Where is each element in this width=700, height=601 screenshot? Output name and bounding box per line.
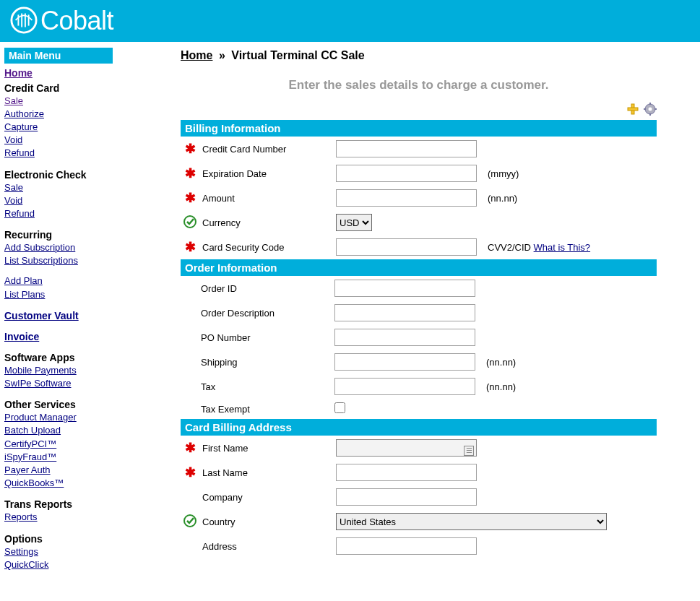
input-order-desc[interactable] xyxy=(334,304,475,321)
nav-ec-sale[interactable]: Sale xyxy=(4,181,162,194)
nav-heading-software: Software Apps xyxy=(4,350,162,364)
label-first-name: First Name xyxy=(199,436,333,460)
nav-cc-refund[interactable]: Refund xyxy=(4,147,162,160)
svg-point-8 xyxy=(649,108,652,111)
checkbox-tax-exempt[interactable] xyxy=(334,402,345,413)
sidebar-header: Main Menu xyxy=(4,48,113,64)
row-cc-number: ✱ Credit Card Number xyxy=(181,137,657,161)
nav-list-subscriptions[interactable]: List Subscriptions xyxy=(4,254,162,267)
nav-list-plans[interactable]: List Plans xyxy=(4,288,162,301)
row-tax-exempt: Tax Exempt xyxy=(181,399,657,419)
nav-swipe-software[interactable]: SwIPe Software xyxy=(4,377,162,390)
nav-quickclick[interactable]: QuickClick xyxy=(4,558,162,571)
nav-settings[interactable]: Settings xyxy=(4,545,162,558)
page-subtitle: Enter the sales details to charge a cust… xyxy=(181,78,657,92)
input-address[interactable] xyxy=(336,537,477,555)
row-first-name: ✱ First Name ☰ xyxy=(181,436,657,460)
row-amount: ✱ Amount (nn.nn) xyxy=(181,186,657,210)
nav-cc-capture[interactable]: Capture xyxy=(4,121,162,134)
link-what-is-this[interactable]: What is This? xyxy=(534,242,591,253)
nav-heading-credit-card: Credit Card xyxy=(4,81,162,95)
hint-exp-date: (mmyy) xyxy=(485,161,657,186)
checkmark-icon xyxy=(183,514,196,527)
main-content: Home » Virtual Terminal CC Sale Enter th… xyxy=(166,42,700,593)
input-shipping[interactable] xyxy=(334,353,475,371)
nav-reports[interactable]: Reports xyxy=(4,511,162,524)
nav-heading-trans-reports: Trans Reports xyxy=(4,497,162,511)
sidebar-home[interactable]: Home xyxy=(4,66,162,81)
nav-cc-authorize[interactable]: Authorize xyxy=(4,108,162,121)
nav-add-subscription[interactable]: Add Subscription xyxy=(4,241,162,254)
select-currency[interactable]: USD xyxy=(336,214,372,231)
row-tax: Tax (nn.nn) xyxy=(181,374,657,399)
row-csc: ✱ Card Security Code CVV2/CID What is Th… xyxy=(181,235,657,259)
input-order-id[interactable] xyxy=(334,280,475,297)
input-csc[interactable] xyxy=(336,238,477,256)
label-tax: Tax xyxy=(198,374,332,399)
nav-heading-options: Options xyxy=(4,532,162,545)
input-company[interactable] xyxy=(336,488,477,506)
label-po-number: PO Number xyxy=(198,325,332,350)
label-currency: Currency xyxy=(199,210,333,235)
label-order-desc: Order Description xyxy=(198,300,332,325)
checkmark-icon xyxy=(183,215,196,228)
nav-ec-void[interactable]: Void xyxy=(4,194,162,207)
nav-cc-void[interactable]: Void xyxy=(4,134,162,147)
input-cc-number[interactable] xyxy=(336,140,477,157)
breadcrumb-current: Virtual Terminal CC Sale xyxy=(231,49,364,61)
input-first-name[interactable] xyxy=(336,439,477,457)
required-icon: ✱ xyxy=(185,142,196,156)
required-icon: ✱ xyxy=(185,166,196,181)
required-icon: ✱ xyxy=(185,465,196,480)
nav-mobile-payments[interactable]: Mobile Payments xyxy=(4,364,162,377)
row-company: Company xyxy=(181,485,657,509)
breadcrumb: Home » Virtual Terminal CC Sale xyxy=(181,49,657,62)
address-form: ✱ First Name ☰ ✱ Last Name Company xyxy=(181,436,657,558)
sidebar: Main Menu Home Credit Card Sale Authoriz… xyxy=(0,42,166,593)
input-tax[interactable] xyxy=(334,378,475,395)
nav-payer-auth[interactable]: Payer Auth xyxy=(4,464,162,477)
required-icon: ✱ xyxy=(185,441,196,455)
label-cc-number: Credit Card Number xyxy=(199,137,333,161)
nav-cc-sale[interactable]: Sale xyxy=(4,95,162,108)
nav-batch-upload[interactable]: Batch Upload xyxy=(4,424,162,437)
section-address: Card Billing Address xyxy=(181,419,657,436)
label-csc: Card Security Code xyxy=(199,235,333,259)
row-po-number: PO Number xyxy=(181,325,657,350)
nav-quickbooks[interactable]: QuickBooks™ xyxy=(4,477,162,490)
hint-shipping: (nn.nn) xyxy=(483,350,657,374)
add-icon[interactable] xyxy=(626,103,639,116)
nav-ispyfraud[interactable]: iSpyFraud™ xyxy=(4,451,162,464)
nav-invoice[interactable]: Invoice xyxy=(4,329,162,343)
nav-ec-refund[interactable]: Refund xyxy=(4,207,162,220)
row-exp-date: ✱ Expiration Date (mmyy) xyxy=(181,161,657,186)
label-order-id: Order ID xyxy=(198,276,332,300)
required-icon: ✱ xyxy=(185,191,196,205)
label-tax-exempt: Tax Exempt xyxy=(198,399,332,419)
input-amount[interactable] xyxy=(336,189,477,207)
input-last-name[interactable] xyxy=(336,464,477,481)
row-last-name: ✱ Last Name xyxy=(181,460,657,485)
nav-customer-vault[interactable]: Customer Vault xyxy=(4,308,162,322)
order-form: Order ID Order Description PO Number Shi… xyxy=(181,276,657,419)
brand-logo: Cobalt xyxy=(10,6,113,36)
label-exp-date: Expiration Date xyxy=(199,161,333,186)
input-exp-date[interactable] xyxy=(336,165,477,182)
nav-heading-echeck: Electronic Check xyxy=(4,168,162,181)
select-country[interactable]: United States xyxy=(336,513,607,530)
top-banner: Cobalt xyxy=(0,0,700,42)
row-country: Country United States xyxy=(181,509,657,534)
billing-form: ✱ Credit Card Number ✱ Expiration Date (… xyxy=(181,137,657,259)
nav-certifypci[interactable]: CertifyPCI™ xyxy=(4,438,162,451)
breadcrumb-home[interactable]: Home xyxy=(181,49,212,61)
svg-point-0 xyxy=(12,7,36,32)
section-billing: Billing Information xyxy=(181,120,657,137)
row-shipping: Shipping (nn.nn) xyxy=(181,350,657,374)
gear-icon[interactable] xyxy=(644,103,657,116)
nav-product-manager[interactable]: Product Manager xyxy=(4,411,162,424)
input-po-number[interactable] xyxy=(334,329,475,346)
nav-add-plan[interactable]: Add Plan xyxy=(4,274,162,287)
required-icon: ✱ xyxy=(185,240,196,254)
cobalt-logo-icon xyxy=(10,7,38,36)
row-order-id: Order ID xyxy=(181,276,657,300)
